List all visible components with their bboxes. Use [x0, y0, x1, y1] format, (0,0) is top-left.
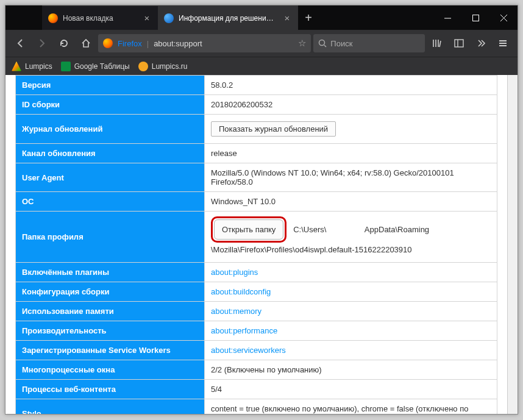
row-value: content = true (включено по умолчанию), …	[205, 399, 497, 414]
bookmark-item[interactable]: Lumpics.ru	[138, 62, 188, 71]
table-row: Канал обновления release	[16, 144, 497, 163]
minimize-button[interactable]	[433, 5, 461, 30]
row-value: about:memory	[205, 301, 497, 321]
table-row: Включённые плагины about:plugins	[16, 262, 497, 282]
page-content[interactable]: Версия 58.0.2 ID сборки 20180206200532 Ж…	[5, 75, 507, 414]
row-label: Использование памяти	[16, 301, 205, 321]
show-update-history-button[interactable]: Показать журнал обновлений	[211, 121, 336, 137]
row-label: Зарегистрированные Service Workers	[16, 340, 205, 360]
row-label: Канал обновления	[16, 144, 205, 163]
separator: |	[147, 39, 149, 48]
tab-inactive[interactable]: Новая вкладка ×	[42, 5, 158, 30]
close-icon[interactable]: ×	[142, 13, 152, 23]
bookmark-item[interactable]: Lumpics	[12, 62, 52, 71]
titlebar-drag-spacer	[5, 5, 42, 30]
row-label: ID сборки	[16, 95, 205, 115]
nav-toolbar: Firefox | about:support ☆ Поиск	[5, 30, 518, 57]
firefox-icon	[48, 13, 58, 23]
about-link[interactable]: about:serviceworkers	[211, 346, 286, 355]
row-value: about:buildconfig	[205, 282, 497, 301]
forward-button[interactable]	[32, 34, 52, 53]
url-bar[interactable]: Firefox | about:support ☆	[98, 34, 311, 52]
about-link[interactable]: about:performance	[211, 326, 277, 335]
home-button[interactable]	[76, 34, 96, 53]
about-link[interactable]: about:plugins	[211, 268, 258, 277]
row-value: about:performance	[205, 321, 497, 340]
row-value: release	[205, 144, 497, 163]
chevron-right-double-icon	[476, 38, 486, 48]
tab-active[interactable]: Информация для решения пр ×	[158, 5, 298, 30]
bookmark-star-icon[interactable]: ☆	[298, 38, 306, 49]
highlight-annotation: Открыть папку	[211, 216, 286, 243]
bookmark-label: Google Таблицы	[74, 62, 130, 71]
svg-rect-1	[472, 15, 479, 21]
close-icon	[500, 15, 507, 21]
window-controls	[433, 5, 518, 30]
row-label: Папка профиля	[16, 212, 205, 263]
table-row: ОС Windows_NT 10.0	[16, 192, 497, 212]
bookmark-item[interactable]: Google Таблицы	[61, 62, 130, 71]
row-value: Mozilla/5.0 (Windows NT 10.0; Win64; x64…	[205, 163, 497, 192]
browser-window: Новая вкладка × Информация для решения п…	[5, 5, 518, 415]
close-icon[interactable]: ×	[282, 13, 292, 23]
reload-icon	[59, 38, 69, 48]
site-icon	[138, 62, 148, 71]
table-row: Использование памяти about:memory	[16, 301, 497, 321]
tab-label: Новая вкладка	[63, 14, 137, 23]
library-button[interactable]	[427, 34, 447, 53]
library-icon	[432, 38, 442, 48]
table-row: Журнал обновлений Показать журнал обновл…	[16, 115, 497, 144]
bookmark-label: Lumpics.ru	[152, 62, 188, 71]
arrow-left-icon	[15, 38, 25, 48]
menu-button[interactable]	[493, 34, 513, 53]
row-label: ОС	[16, 192, 205, 212]
profile-path-part: C:\Users\	[293, 225, 326, 234]
table-row: Производительность about:performance	[16, 321, 497, 340]
info-icon	[164, 13, 174, 23]
row-value: 20180206200532	[205, 95, 497, 115]
bookmark-label: Lumpics	[25, 62, 52, 71]
maximize-button[interactable]	[461, 5, 489, 30]
table-row: Версия 58.0.2	[16, 76, 497, 95]
sidebar-button[interactable]	[449, 34, 469, 53]
row-label: Производительность	[16, 321, 205, 340]
row-label: Включённые плагины	[16, 262, 205, 282]
row-value: 5/4	[205, 379, 497, 399]
svg-point-4	[319, 40, 325, 46]
row-value: 58.0.2	[205, 76, 497, 95]
row-value: Windows_NT 10.0	[205, 192, 497, 212]
home-icon	[81, 38, 91, 48]
row-label: Процессы веб-контента	[16, 379, 205, 399]
overflow-button[interactable]	[471, 34, 491, 53]
back-button[interactable]	[10, 34, 30, 53]
row-label: Stylo	[16, 399, 205, 414]
sidebar-icon	[454, 38, 464, 48]
row-value: about:serviceworkers	[205, 340, 497, 360]
minimize-icon	[444, 15, 451, 21]
new-tab-button[interactable]: +	[298, 5, 319, 30]
vertical-scrollbar[interactable]	[507, 75, 518, 414]
maximize-icon	[472, 15, 479, 21]
titlebar: Новая вкладка × Информация для решения п…	[5, 5, 518, 30]
table-row: Многопроцессные окна 2/2 (Включены по ум…	[16, 360, 497, 379]
table-row: User Agent Mozilla/5.0 (Windows NT 10.0;…	[16, 163, 497, 192]
row-label: Журнал обновлений	[16, 115, 205, 144]
row-value: 2/2 (Включены по умолчанию)	[205, 360, 497, 379]
row-value: Показать журнал обновлений	[205, 115, 497, 144]
sheets-icon	[61, 62, 71, 71]
row-value: Открыть папку C:\Users\ AppData\Roaming …	[205, 212, 497, 263]
about-link[interactable]: about:buildconfig	[211, 287, 271, 296]
search-bar[interactable]: Поиск	[313, 34, 425, 52]
open-folder-button[interactable]: Открыть папку	[214, 219, 283, 240]
arrow-right-icon	[37, 38, 47, 48]
about-link[interactable]: about:memory	[211, 307, 262, 316]
row-value: about:plugins	[205, 262, 497, 282]
triangle-icon	[12, 62, 21, 71]
hamburger-icon	[498, 38, 508, 48]
table-row: Stylo content = true (включено по умолча…	[16, 399, 497, 414]
close-button[interactable]	[489, 5, 518, 30]
profile-path-part: AppData\Roaming	[365, 225, 429, 234]
bookmarks-toolbar: Lumpics Google Таблицы Lumpics.ru	[5, 57, 518, 75]
reload-button[interactable]	[54, 34, 74, 53]
url-text: about:support	[154, 39, 293, 48]
